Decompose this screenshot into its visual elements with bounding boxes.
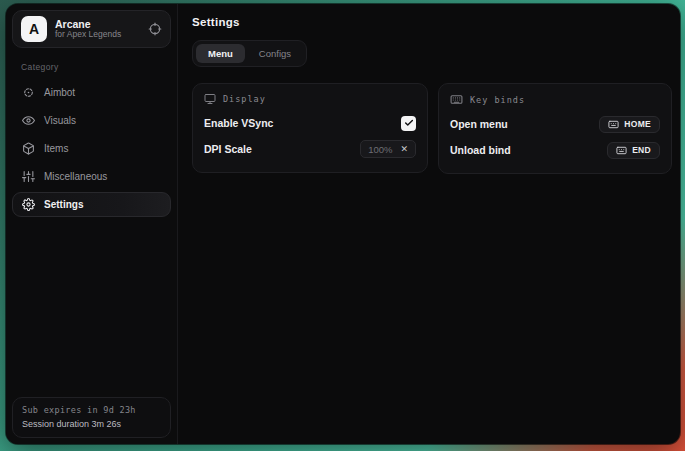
sidebar-item-aimbot[interactable]: Aimbot xyxy=(12,80,171,105)
sidebar-item-label: Settings xyxy=(44,199,83,210)
open-menu-label: Open menu xyxy=(450,118,508,130)
gear-icon xyxy=(22,198,35,211)
display-card-header: Display xyxy=(204,93,416,105)
tab-menu[interactable]: Menu xyxy=(196,44,245,63)
sliders-icon xyxy=(22,170,35,183)
open-menu-key: HOME xyxy=(624,119,651,129)
keybinds-card-header: Key binds xyxy=(450,93,660,106)
dpi-row: DPI Scale 100% ✕ xyxy=(204,137,416,161)
checkmark-icon xyxy=(404,118,414,128)
sidebar: A Arcane for Apex Legends Category xyxy=(6,4,178,444)
main-content: Settings Menu Configs Display xyxy=(178,4,680,444)
unload-bind-row: Unload bind END xyxy=(450,138,660,162)
monitor-icon xyxy=(204,93,216,105)
sidebar-item-miscellaneous[interactable]: Miscellaneous xyxy=(12,164,171,189)
display-card-title: Display xyxy=(223,94,266,104)
app-brand-text: Arcane for Apex Legends xyxy=(55,18,140,40)
vsync-label: Enable VSync xyxy=(204,117,273,129)
keyboard-icon xyxy=(616,145,627,156)
keyboard-icon xyxy=(450,93,463,106)
sidebar-nav: Aimbot Visuals xyxy=(12,80,171,217)
app-logo: A xyxy=(21,16,47,42)
sidebar-category-label: Category xyxy=(21,62,171,72)
keybinds-card-title: Key binds xyxy=(470,95,525,105)
sidebar-item-settings[interactable]: Settings xyxy=(12,192,171,217)
dpi-scale-value: 100% xyxy=(368,144,392,155)
unload-bind-label: Unload bind xyxy=(450,144,511,156)
sidebar-spacer xyxy=(12,217,171,397)
desktop-background: A Arcane for Apex Legends Category xyxy=(0,0,685,451)
sidebar-item-label: Aimbot xyxy=(44,87,75,98)
eye-icon xyxy=(22,114,35,127)
app-window: A Arcane for Apex Legends Category xyxy=(6,4,680,444)
keyboard-icon xyxy=(608,119,619,130)
sidebar-item-label: Items xyxy=(44,143,68,154)
keybinds-card: Key binds Open menu HOME Unload bind xyxy=(438,83,672,174)
support-crosshair-icon[interactable] xyxy=(148,22,162,36)
dpi-scale-input[interactable]: 100% ✕ xyxy=(360,140,416,158)
app-brand-card: A Arcane for Apex Legends xyxy=(12,10,171,48)
vsync-row: Enable VSync xyxy=(204,111,416,135)
sidebar-item-items[interactable]: Items xyxy=(12,136,171,161)
box-icon xyxy=(22,142,35,155)
settings-cards: Display Enable VSync DPI Scale xyxy=(192,83,672,174)
clear-icon[interactable]: ✕ xyxy=(400,145,408,154)
tab-configs[interactable]: Configs xyxy=(247,44,303,63)
session-duration-text: Session duration 3m 26s xyxy=(22,419,161,429)
sidebar-item-label: Visuals xyxy=(44,115,76,126)
open-menu-row: Open menu HOME xyxy=(450,112,660,136)
open-menu-keybind-button[interactable]: HOME xyxy=(599,116,660,133)
dpi-label: DPI Scale xyxy=(204,143,252,155)
settings-tabs: Menu Configs xyxy=(192,40,307,67)
display-card: Display Enable VSync DPI Scale xyxy=(192,83,428,173)
app-subtitle: for Apex Legends xyxy=(55,30,140,40)
sub-expiry-text: Sub expires in 9d 23h xyxy=(22,405,161,415)
vsync-checkbox[interactable] xyxy=(401,116,416,131)
sidebar-item-visuals[interactable]: Visuals xyxy=(12,108,171,133)
unload-keybind-button[interactable]: END xyxy=(607,142,660,159)
subscription-status-card: Sub expires in 9d 23h Session duration 3… xyxy=(12,397,171,438)
crosshair-icon xyxy=(22,86,35,99)
sidebar-item-label: Miscellaneous xyxy=(44,171,107,182)
page-title: Settings xyxy=(192,16,672,28)
unload-key: END xyxy=(632,145,651,155)
